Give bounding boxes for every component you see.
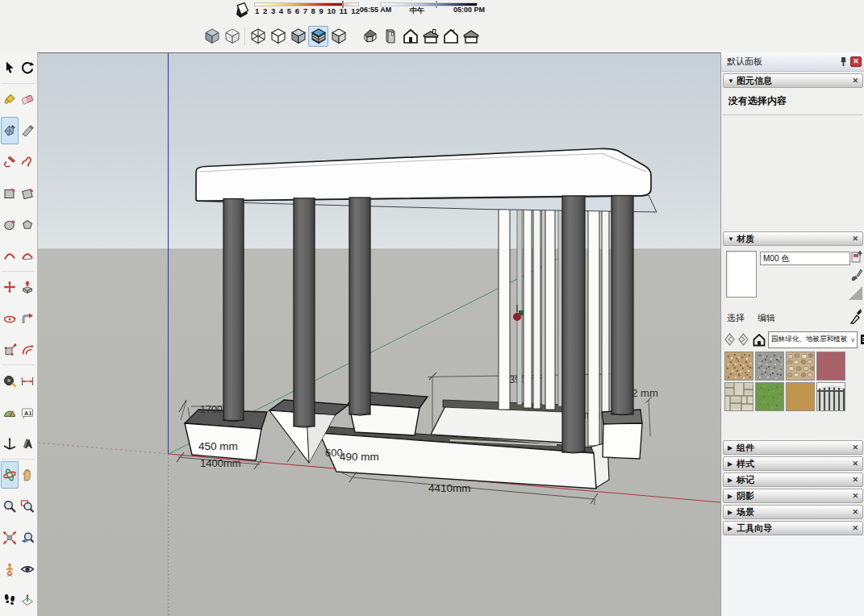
swatch-metal-fence[interactable] [816, 382, 845, 411]
tool-rotated-rectangle[interactable] [19, 148, 36, 176]
view-top-button[interactable] [380, 26, 400, 47]
view-right-button[interactable] [420, 26, 440, 47]
view-left-button[interactable] [461, 26, 481, 47]
tool-select[interactable] [1, 54, 19, 81]
tray-title-bar[interactable]: 默认面板 ✕ [721, 52, 864, 72]
create-material-button[interactable] [851, 249, 864, 263]
style-wireframe-button[interactable] [248, 26, 268, 47]
tool-push-pull[interactable] [19, 273, 36, 301]
tool-orbit[interactable] [1, 461, 19, 489]
tool-circle[interactable] [1, 180, 19, 207]
material-name-input[interactable] [760, 252, 850, 265]
section-scenes[interactable]: ▶ 场景 ✕ [723, 505, 863, 519]
entity-info-close-icon[interactable]: ✕ [852, 77, 858, 85]
swatch-pebbles[interactable] [786, 352, 815, 381]
section-close-icon[interactable]: ✕ [852, 524, 858, 532]
style-shaded-button[interactable] [288, 26, 308, 47]
detail-list-icon[interactable] [860, 332, 864, 347]
section-tags[interactable]: ▶ 标记 ✕ [723, 472, 863, 487]
tool-three-point-arc[interactable] [1, 242, 19, 269]
model-viewport[interactable]: 390 mm 1713mm 42 mm 500 mm [38, 52, 720, 616]
tool-zoom-extents[interactable] [1, 524, 19, 551]
style-monochrome-button[interactable] [328, 26, 349, 47]
pin-icon[interactable] [840, 56, 847, 67]
swatch-tan-color[interactable] [786, 382, 815, 411]
tool-pan[interactable] [19, 461, 36, 489]
materials-close-icon[interactable]: ✕ [852, 235, 858, 243]
tool-walk[interactable] [1, 586, 19, 614]
tab-edit[interactable]: 编辑 [758, 313, 775, 323]
tray-close-button[interactable]: ✕ [850, 56, 862, 67]
tool-rectangle[interactable] [1, 148, 19, 176]
column-4[interactable] [562, 196, 585, 452]
swatch-grass[interactable] [755, 382, 784, 411]
materials-header[interactable]: ▼ 材质 ✕ [723, 231, 863, 246]
tool-move[interactable] [1, 273, 19, 301]
tool-look-around[interactable] [19, 556, 36, 583]
tool-polygon[interactable] [19, 180, 36, 207]
swatch-gray-gravel[interactable] [755, 352, 784, 381]
entity-info-header[interactable]: ▼ 图元信息 ✕ [723, 73, 863, 88]
tool-zoom-window[interactable] [19, 493, 36, 520]
tool-section-plane[interactable] [19, 586, 36, 614]
view-back-button[interactable] [440, 26, 461, 47]
tool-dimension[interactable] [19, 368, 36, 395]
tool-rotate[interactable] [1, 305, 19, 332]
section-close-icon[interactable]: ✕ [852, 508, 858, 516]
baluster[interactable] [524, 202, 532, 408]
baluster[interactable] [533, 202, 541, 409]
material-category-dropdown[interactable]: 园林绿化、地被层和植被 ∨ [768, 331, 858, 348]
back-arrow-icon[interactable] [724, 333, 735, 346]
swatch-sand-gravel[interactable] [724, 352, 753, 381]
tool-paint-bucket[interactable] [1, 85, 19, 113]
tool-3d-text[interactable] [19, 430, 36, 457]
view-front-button[interactable] [400, 26, 420, 47]
tool-zoom[interactable] [1, 493, 19, 520]
baluster-back[interactable] [558, 201, 562, 406]
shadow-time-slider-thumb[interactable] [436, 1, 437, 8]
style-back-edges-button[interactable] [222, 26, 242, 47]
column-2[interactable] [294, 198, 315, 427]
tool-line[interactable] [1, 117, 19, 144]
section-close-icon[interactable]: ✕ [852, 443, 858, 452]
section-close-icon[interactable]: ✕ [852, 476, 858, 484]
view-iso-button[interactable] [360, 26, 380, 47]
shadows-toggle-icon[interactable] [233, 2, 251, 20]
tool-offset[interactable] [19, 336, 36, 364]
column-5[interactable] [611, 196, 633, 415]
tool-scale[interactable] [1, 336, 19, 364]
section-close-icon[interactable]: ✕ [852, 460, 858, 468]
home-icon[interactable] [753, 333, 766, 347]
column-1[interactable] [223, 199, 244, 421]
style-x-ray-button[interactable] [202, 26, 222, 47]
section-styles[interactable]: ▶ 样式 ✕ [723, 456, 863, 471]
baluster[interactable] [545, 200, 555, 410]
sample-paint-icon[interactable] [849, 286, 862, 300]
tool-tape-measure[interactable] [1, 368, 19, 395]
tab-select[interactable]: 选择 [727, 313, 745, 323]
tool-text[interactable]: A1 [19, 399, 36, 427]
section-shadows[interactable]: ▶ 阴影 ✕ [723, 489, 863, 503]
tool-position-camera[interactable] [1, 556, 19, 583]
eyedropper-icon[interactable] [850, 308, 862, 324]
style-hidden-line-button[interactable] [268, 26, 288, 47]
tool-two-point-arc[interactable] [19, 211, 36, 239]
column-3[interactable] [349, 198, 370, 414]
swatch-rose-color[interactable] [816, 352, 845, 381]
section-instructor[interactable]: ▶ 工具向导 ✕ [723, 521, 863, 535]
tool-axes[interactable] [1, 430, 19, 457]
tool-protractor[interactable] [1, 399, 19, 427]
tool-pie[interactable] [19, 242, 36, 269]
tool-freehand[interactable] [19, 117, 36, 144]
baluster[interactable] [499, 201, 510, 410]
section-components[interactable]: ▶ 组件 ✕ [723, 440, 863, 455]
tool-follow-me[interactable] [19, 305, 36, 332]
paint-details-button[interactable] [850, 268, 863, 281]
section-close-icon[interactable]: ✕ [852, 492, 858, 500]
baluster[interactable] [588, 198, 599, 446]
swatch-pavers[interactable] [724, 382, 753, 411]
tool-zoom-previous[interactable] [19, 524, 36, 551]
tool-eraser[interactable] [19, 85, 36, 113]
baluster[interactable] [602, 199, 609, 446]
tool-make-component[interactable] [19, 54, 36, 81]
